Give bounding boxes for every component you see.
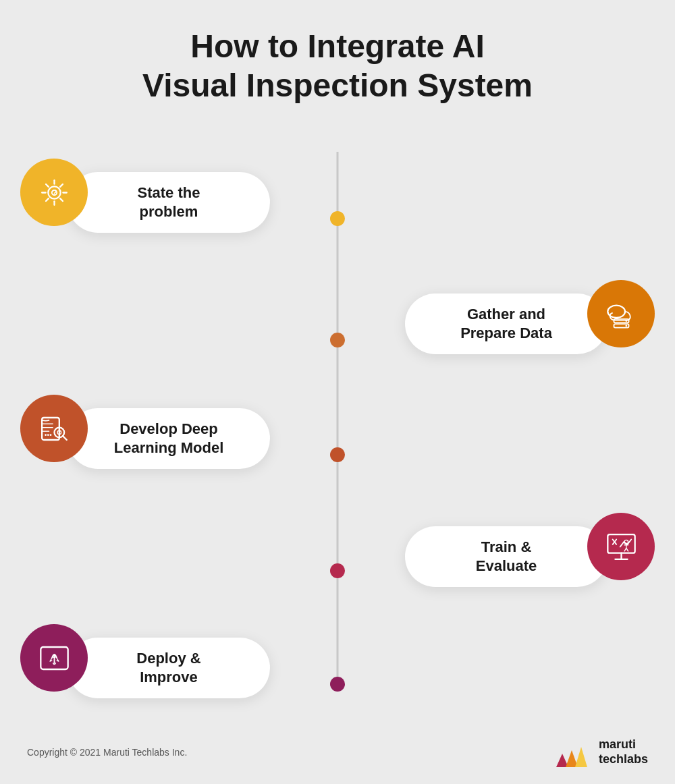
step4-dot	[330, 563, 345, 578]
step2-icon	[587, 280, 655, 347]
logo-shapes	[556, 737, 593, 767]
step3-label: Develop Deep Learning Model	[114, 420, 224, 458]
timeline-container: ? State the problem	[0, 125, 675, 712]
step2-bubble: Gather and Prepare Data	[405, 293, 608, 354]
svg-point-7	[625, 325, 627, 327]
title-line2: Visual Inspection System	[142, 67, 533, 103]
title-section: How to Integrate AI Visual Inspection Sy…	[0, 0, 675, 118]
deploy-icon	[36, 640, 73, 677]
step1-bubble: State the problem	[68, 172, 270, 233]
step5-dot	[330, 677, 345, 692]
step2-dot	[330, 333, 345, 347]
train-icon	[603, 528, 640, 565]
logo-text: maruti techlabs	[599, 737, 648, 766]
page-wrapper: How to Integrate AI Visual Inspection Sy…	[0, 0, 675, 784]
step5-label: Deploy & Improve	[136, 649, 200, 688]
svg-point-6	[625, 320, 627, 322]
svg-text:?: ?	[51, 188, 57, 198]
logo-icon	[556, 737, 593, 767]
step4-icon	[587, 513, 655, 580]
svg-marker-20	[575, 747, 587, 767]
step1-dot	[330, 211, 345, 226]
main-title: How to Integrate AI Visual Inspection Sy…	[0, 27, 675, 105]
step5-icon	[20, 624, 88, 692]
logo-line2: techlabs	[599, 752, 648, 767]
step3-bubble: Develop Deep Learning Model	[68, 408, 270, 469]
svg-rect-14	[608, 534, 634, 553]
step1-icon: ?	[20, 159, 88, 226]
svg-point-13	[49, 434, 51, 436]
timeline-line	[337, 152, 339, 685]
svg-point-12	[47, 434, 49, 436]
step2-label: Gather and Prepare Data	[460, 305, 552, 343]
data-icon	[603, 296, 640, 333]
step3-icon	[20, 395, 88, 462]
step4-bubble: Train & Evaluate	[405, 526, 608, 587]
model-icon	[36, 410, 73, 447]
problem-icon: ?	[36, 174, 73, 211]
step5-bubble: Deploy & Improve	[68, 638, 270, 698]
step4-label: Train & Evaluate	[476, 538, 537, 576]
step1-label: State the problem	[138, 184, 200, 222]
title-line1: How to Integrate AI	[190, 28, 485, 64]
logo-line1: maruti	[599, 737, 648, 752]
logo-section: maruti techlabs	[556, 737, 648, 767]
footer: Copyright © 2021 Maruti Techlabs Inc. ma…	[0, 737, 675, 767]
svg-point-11	[45, 434, 47, 436]
copyright-text: Copyright © 2021 Maruti Techlabs Inc.	[27, 747, 187, 758]
step3-dot	[330, 447, 345, 462]
